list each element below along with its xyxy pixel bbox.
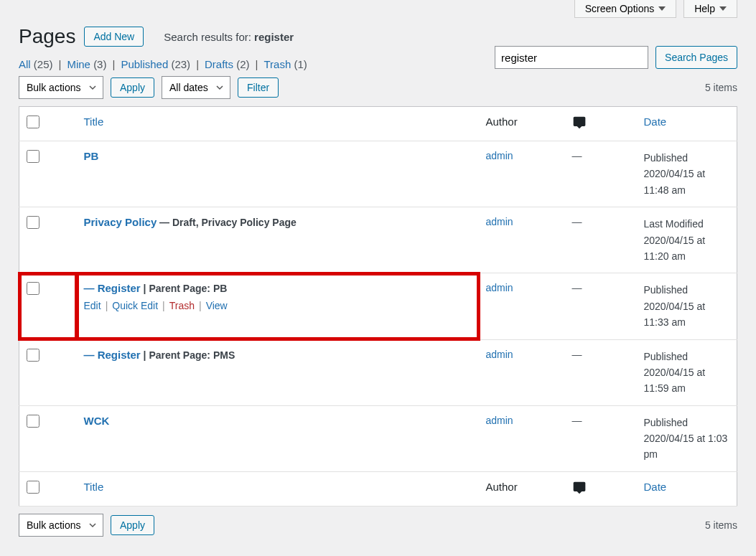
row-title-link[interactable]: Register [98, 349, 141, 361]
view-action[interactable]: View [206, 300, 228, 311]
table-row: Privacy Policy — Draft, Privacy Policy P… [19, 207, 737, 273]
col-date-header[interactable]: Date [644, 116, 667, 128]
bulk-actions-select-bottom[interactable]: Bulk actions [19, 514, 103, 537]
screen-options-button[interactable]: Screen Options [574, 0, 677, 18]
author-link[interactable]: admin [486, 150, 513, 161]
comments-cell: — [565, 273, 637, 339]
screen-options-label: Screen Options [585, 3, 655, 14]
apply-button-bottom[interactable]: Apply [111, 515, 154, 535]
col-title-header[interactable]: Title [84, 116, 104, 128]
row-actions: Edit|Quick Edit|Trash|View [84, 300, 472, 311]
col-title-footer[interactable]: Title [84, 481, 104, 493]
row-checkbox[interactable] [27, 282, 39, 295]
author-link[interactable]: admin [486, 282, 513, 293]
row-title-link[interactable]: PB [84, 150, 99, 162]
col-date-footer[interactable]: Date [644, 481, 667, 493]
date-cell: Published2020/04/15 at 11:48 am [637, 141, 737, 207]
filter-button[interactable]: Filter [238, 77, 279, 98]
author-link[interactable]: admin [486, 216, 513, 227]
pages-table: Title Author Date PBadmin—Published2020/… [19, 106, 737, 506]
apply-button-top[interactable]: Apply [111, 77, 154, 98]
post-state: | Parent Page: PMS [141, 349, 235, 361]
table-row: — Register | Parent Page: PBEdit|Quick E… [19, 273, 737, 339]
help-label: Help [694, 3, 715, 14]
date-cell: Published2020/04/15 at 11:59 am [637, 339, 737, 405]
comment-icon [572, 485, 587, 497]
table-row: — Register | Parent Page: PMSadmin—Publi… [19, 339, 737, 405]
search-pages-button[interactable]: Search Pages [655, 46, 737, 69]
trash-action[interactable]: Trash [169, 300, 195, 311]
row-checkbox[interactable] [27, 150, 39, 163]
row-checkbox[interactable] [27, 216, 39, 229]
filter-all-count: (25) [34, 58, 53, 70]
comments-cell: — [565, 339, 637, 405]
table-row: WCKadmin—Published2020/04/15 at 1:03 pm [19, 405, 737, 471]
add-new-button[interactable]: Add New [84, 27, 144, 47]
row-prefix: — [84, 349, 98, 361]
caret-down-icon [719, 6, 727, 11]
select-all-bottom[interactable] [27, 481, 39, 494]
comments-cell: — [565, 405, 637, 471]
table-row: PBadmin—Published2020/04/15 at 11:48 am [19, 141, 737, 207]
row-title-link[interactable]: Privacy Policy [84, 216, 157, 228]
comments-cell: — [565, 207, 637, 273]
filter-published-count: (23) [171, 58, 190, 70]
edit-action[interactable]: Edit [84, 300, 101, 311]
filter-drafts-count: (2) [236, 58, 249, 70]
row-prefix: — [84, 282, 98, 294]
col-author-footer: Author [479, 471, 565, 506]
comments-cell: — [565, 141, 637, 207]
quick-edit-action[interactable]: Quick Edit [112, 300, 158, 311]
search-term-display: register [254, 31, 294, 43]
row-title-link[interactable]: WCK [84, 415, 110, 427]
search-input[interactable] [495, 46, 648, 69]
caret-down-icon [658, 6, 666, 11]
filter-all[interactable]: All [19, 58, 31, 70]
filter-mine-count: (3) [93, 58, 106, 70]
col-author-header: Author [479, 107, 565, 141]
row-checkbox[interactable] [27, 349, 39, 362]
row-checkbox[interactable] [27, 415, 39, 428]
filter-drafts[interactable]: Drafts [205, 58, 233, 70]
date-cell: Published2020/04/15 at 11:33 am [637, 273, 737, 339]
date-cell: Last Modified2020/04/15 at 11:20 am [637, 207, 737, 273]
filter-trash[interactable]: Trash [263, 58, 291, 70]
page-title: Pages [19, 25, 75, 48]
author-link[interactable]: admin [486, 415, 513, 426]
filter-published[interactable]: Published [121, 58, 168, 70]
search-results-text: Search results for: register [164, 31, 294, 43]
select-all-top[interactable] [27, 116, 39, 128]
author-link[interactable]: admin [486, 349, 513, 360]
post-state: — Draft, Privacy Policy Page [157, 217, 297, 228]
date-filter-select[interactable]: All dates [162, 76, 230, 99]
filter-mine[interactable]: Mine [67, 58, 90, 70]
items-count-bottom: 5 items [705, 519, 737, 531]
help-button[interactable]: Help [683, 0, 737, 18]
search-prefix: Search results for: [164, 31, 254, 43]
row-title-link[interactable]: Register [98, 282, 141, 294]
post-state: | Parent Page: PB [141, 283, 228, 294]
comment-icon [572, 120, 587, 132]
date-cell: Published2020/04/15 at 1:03 pm [637, 405, 737, 471]
items-count-top: 5 items [705, 82, 737, 93]
bulk-actions-select[interactable]: Bulk actions [19, 76, 103, 99]
filter-trash-count: (1) [294, 58, 307, 70]
